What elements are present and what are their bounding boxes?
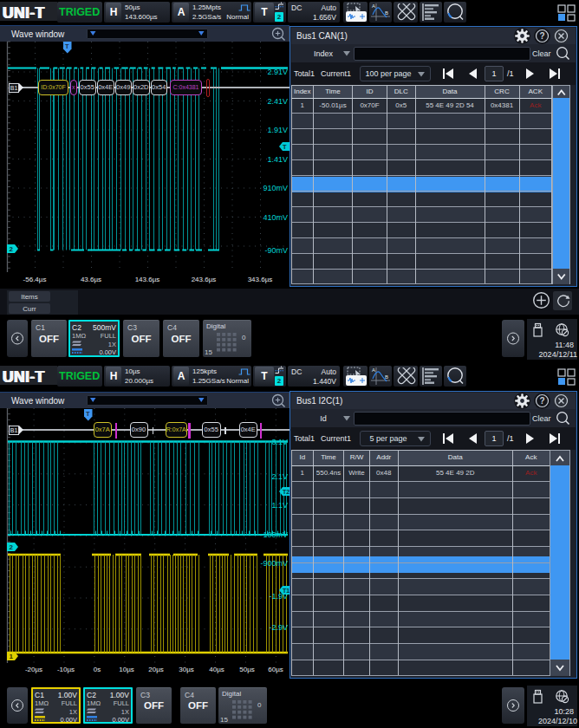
svg-text:?: ? (540, 396, 545, 406)
svg-text:2: 2 (10, 543, 14, 551)
svg-text:A: A (372, 367, 375, 373)
svg-text:T: T (283, 143, 287, 151)
svg-text:T: T (86, 409, 90, 417)
svg-text:B: B (385, 374, 388, 380)
svg-text:?: ? (540, 31, 545, 41)
svg-text:1: 1 (10, 653, 14, 660)
svg-text:T: T (65, 42, 69, 49)
svg-text:2: 2 (10, 245, 14, 253)
